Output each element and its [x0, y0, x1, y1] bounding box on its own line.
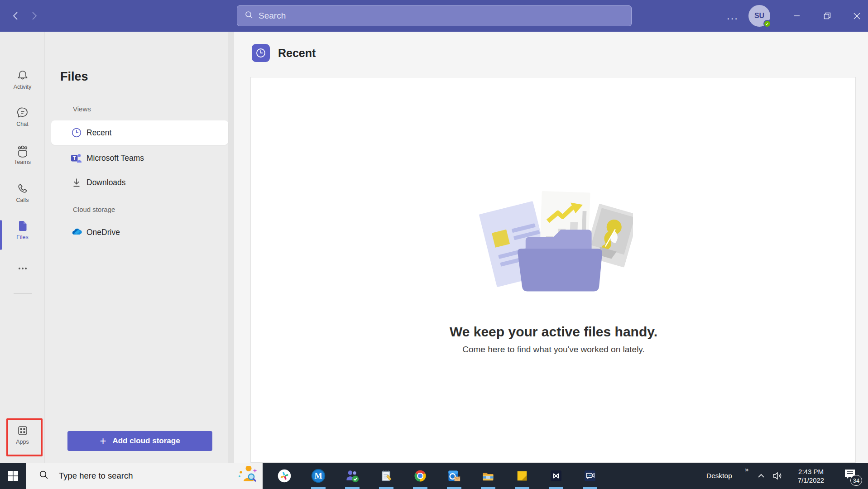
rail-label: Chat	[0, 121, 45, 127]
chat-icon	[0, 106, 45, 120]
forward-icon[interactable]	[25, 7, 43, 25]
search-icon	[245, 10, 254, 22]
add-cloud-storage-label: Add cloud storage	[112, 436, 180, 446]
search-icon	[39, 470, 49, 482]
apps-grid-icon	[0, 424, 45, 437]
rail-item-calls[interactable]: Calls	[0, 182, 45, 203]
tray-time: 2:43 PM	[798, 467, 824, 476]
file-icon	[0, 219, 45, 233]
empty-state-subtitle: Come here to find what you've worked on …	[251, 345, 856, 355]
action-center-button[interactable]: 34	[839, 463, 866, 489]
notepad-icon[interactable]	[375, 467, 397, 485]
search-placeholder: Search	[259, 11, 286, 21]
files-sidebar: Files Views Recent T Microsoft Teams Dow…	[45, 32, 234, 463]
teams-icon[interactable]	[341, 467, 363, 485]
clock[interactable]: 2:43 PM 7/1/2022	[790, 463, 832, 489]
sidebar-item-label: OneDrive	[86, 228, 120, 237]
people-icon	[0, 144, 45, 158]
minimize-button[interactable]	[786, 0, 808, 32]
teams-logo-icon: T	[71, 152, 82, 164]
bowtie-app-icon[interactable]	[545, 467, 567, 485]
more-options-icon[interactable]: ...	[723, 0, 743, 32]
page-title: Recent	[278, 47, 316, 60]
taskbar: Type here to search M Desktop »	[0, 463, 868, 489]
rail-label: Files	[0, 234, 45, 240]
rail-item-more[interactable]	[0, 265, 45, 272]
desktop-toolbar-label[interactable]: Desktop	[706, 463, 732, 489]
restore-button[interactable]	[816, 0, 839, 32]
views-section-label: Views	[73, 105, 91, 113]
sidebar-item-onedrive[interactable]: OneDrive	[45, 220, 228, 244]
running-indicator	[515, 487, 529, 489]
download-icon	[71, 177, 82, 188]
tray-date: 7/1/2022	[798, 476, 824, 484]
sidebar-item-label: Recent	[86, 128, 111, 138]
running-indicator	[549, 487, 563, 489]
avatar-initials: SU	[754, 12, 764, 20]
rail-item-activity[interactable]: Activity	[0, 69, 45, 90]
sidebar-item-downloads[interactable]: Downloads	[45, 170, 228, 195]
m-app-icon[interactable]: M	[307, 467, 329, 485]
back-icon[interactable]	[6, 7, 24, 25]
titlebar: Search ... SU ✓	[0, 0, 868, 32]
toolbar-overflow-icon[interactable]: »	[745, 465, 748, 473]
svg-text:T: T	[73, 155, 76, 161]
phone-icon	[0, 182, 45, 196]
svg-text:M: M	[314, 471, 322, 480]
sticky-notes-icon[interactable]	[511, 467, 533, 485]
taskbar-search-placeholder: Type here to search	[59, 471, 133, 481]
slack-icon[interactable]	[273, 467, 295, 485]
rail-item-files[interactable]: Files	[0, 219, 45, 240]
main-content: Recent	[234, 32, 868, 463]
more-apps-icon	[0, 265, 45, 272]
running-indicator	[583, 487, 597, 489]
taskbar-search-input[interactable]: Type here to search	[26, 463, 263, 489]
file-explorer-icon[interactable]	[477, 467, 499, 485]
clock-icon	[71, 127, 82, 138]
onedrive-icon	[71, 226, 82, 239]
recent-files-panel: We keep your active files handy. Come he…	[250, 77, 856, 463]
rail-label: Calls	[0, 197, 45, 203]
rail-divider	[14, 293, 32, 294]
notification-count-badge: 34	[850, 475, 862, 486]
start-button[interactable]	[0, 463, 26, 489]
rail-label: Activity	[0, 84, 45, 90]
empty-state-title: We keep your active files handy.	[251, 324, 856, 340]
running-indicator	[311, 487, 326, 489]
search-highlights-icon[interactable]	[236, 466, 257, 486]
avatar[interactable]: SU ✓	[748, 5, 770, 27]
running-indicator	[447, 487, 461, 489]
app-rail: Activity Chat Teams Calls Files Apps ? H…	[0, 32, 45, 463]
rail-item-apps[interactable]: Apps	[0, 424, 45, 445]
status-available-icon: ✓	[763, 20, 771, 28]
sidebar-item-label: Downloads	[86, 178, 126, 187]
bell-icon	[0, 69, 45, 82]
outlook-icon[interactable]	[443, 467, 465, 485]
hidden-icons-chevron[interactable]	[754, 463, 768, 489]
search-input[interactable]: Search	[237, 5, 632, 26]
video-chat-icon[interactable]	[579, 467, 601, 485]
rail-selection-indicator	[0, 220, 2, 250]
sidebar-item-recent[interactable]: Recent	[51, 120, 228, 145]
add-cloud-storage-button[interactable]: + Add cloud storage	[67, 431, 212, 451]
rail-label: Apps	[0, 439, 45, 445]
sidebar-item-microsoft-teams[interactable]: T Microsoft Teams	[45, 146, 228, 170]
cloud-storage-section-label: Cloud storage	[73, 206, 115, 213]
rail-item-teams[interactable]: Teams	[0, 144, 45, 165]
plus-icon: +	[100, 435, 106, 447]
rail-label: Teams	[0, 159, 45, 165]
running-indicator	[379, 487, 393, 489]
sidebar-scrollbar[interactable]	[228, 32, 234, 463]
chrome-icon[interactable]	[409, 467, 431, 485]
volume-icon[interactable]	[770, 463, 786, 489]
close-button[interactable]	[845, 0, 868, 32]
sidebar-item-label: Microsoft Teams	[86, 153, 144, 163]
rail-item-chat[interactable]: Chat	[0, 106, 45, 127]
running-indicator	[413, 487, 427, 489]
recent-header-icon	[252, 44, 270, 62]
empty-state-illustration	[475, 185, 633, 302]
running-indicator	[345, 487, 360, 489]
sidebar-title: Files	[60, 70, 88, 84]
running-indicator	[481, 487, 495, 489]
